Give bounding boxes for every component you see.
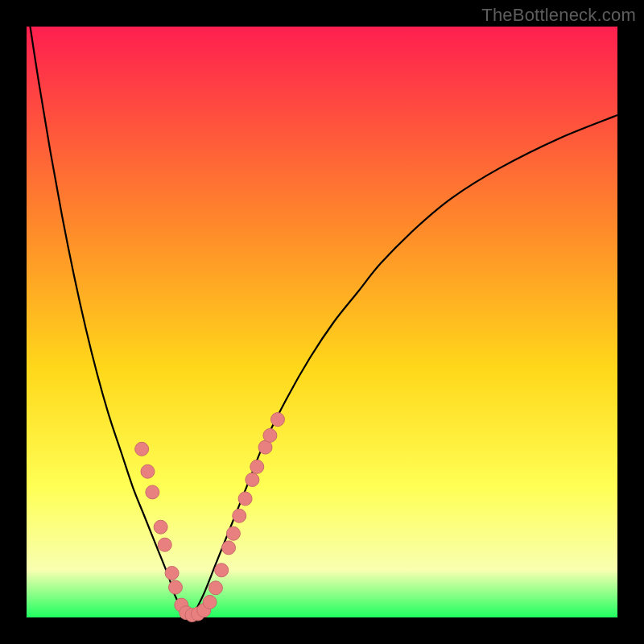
data-dot	[154, 520, 167, 534]
data-dot	[168, 580, 182, 594]
data-dot	[270, 413, 284, 427]
chart-frame: TheBottleneck.com	[0, 0, 644, 644]
watermark-text: TheBottleneck.com	[481, 5, 636, 26]
data-dot	[165, 566, 179, 580]
data-dot	[208, 581, 222, 595]
data-dot	[203, 595, 217, 609]
data-dot	[233, 509, 246, 522]
data-dot	[263, 428, 277, 442]
right-curve	[192, 115, 617, 617]
chart-svg	[27, 27, 617, 617]
data-dot	[222, 541, 236, 555]
data-dot	[246, 473, 259, 486]
data-dot	[226, 526, 240, 540]
data-dot	[215, 564, 229, 577]
data-dot	[250, 460, 264, 473]
data-dot	[158, 538, 171, 551]
data-dot	[141, 464, 155, 478]
data-dot	[135, 442, 149, 456]
data-dot	[238, 492, 252, 506]
data-dot	[146, 485, 159, 499]
